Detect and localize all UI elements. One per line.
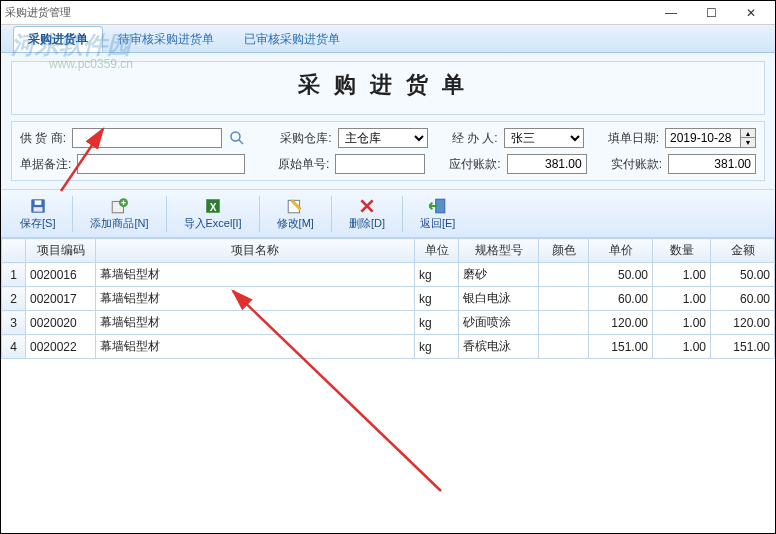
date-label: 填单日期: xyxy=(608,130,659,147)
edit-button[interactable]: 修改[M] xyxy=(266,194,325,234)
cell-unit[interactable]: kg xyxy=(415,311,459,335)
cell-amount[interactable]: 60.00 xyxy=(711,287,775,311)
payable-label: 应付账款: xyxy=(449,156,500,173)
svg-rect-4 xyxy=(33,207,42,212)
paid-input[interactable] xyxy=(668,154,756,174)
remark-input[interactable] xyxy=(77,154,245,174)
table-row[interactable]: 20020017幕墙铝型材kg银白电泳60.001.0060.00 xyxy=(2,287,775,311)
delete-button[interactable]: 删除[D] xyxy=(338,194,396,234)
date-input[interactable] xyxy=(665,128,741,148)
cell-rownum: 3 xyxy=(2,311,26,335)
cell-unit[interactable]: kg xyxy=(415,287,459,311)
cell-amount[interactable]: 151.00 xyxy=(711,335,775,359)
cell-price[interactable]: 50.00 xyxy=(589,263,653,287)
form-panel: 采购进货单 供 货 商: 采购仓库: 主仓库 经 办 人: 张三 填单日期: ▲… xyxy=(1,53,775,190)
svg-line-1 xyxy=(239,140,243,144)
close-button[interactable]: ✕ xyxy=(731,1,771,25)
toolbar: 保存[S] 添加商品[N] X 导入Excel[I] 修改[M] 删除[D] 返… xyxy=(1,190,775,238)
cell-unit[interactable]: kg xyxy=(415,263,459,287)
edit-icon xyxy=(286,197,304,215)
import-excel-button[interactable]: X 导入Excel[I] xyxy=(173,194,253,234)
cell-qty[interactable]: 1.00 xyxy=(653,287,711,311)
col-color[interactable]: 颜色 xyxy=(539,239,589,263)
warehouse-select[interactable]: 主仓库 xyxy=(338,128,428,148)
tab-pending-audit[interactable]: 待审核采购进货单 xyxy=(103,26,229,52)
tab-purchase-order[interactable]: 采购进货单 xyxy=(13,26,103,52)
edit-label: 修改[M] xyxy=(277,216,314,231)
cell-name[interactable]: 幕墙铝型材 xyxy=(96,311,415,335)
delete-icon xyxy=(358,197,376,215)
cell-color[interactable] xyxy=(539,287,589,311)
remark-label: 单据备注: xyxy=(20,156,71,173)
origno-label: 原始单号: xyxy=(278,156,329,173)
payable-input[interactable] xyxy=(507,154,587,174)
cell-name[interactable]: 幕墙铝型材 xyxy=(96,287,415,311)
maximize-button[interactable]: ☐ xyxy=(691,1,731,25)
col-code[interactable]: 项目编码 xyxy=(26,239,96,263)
back-icon xyxy=(429,197,447,215)
minimize-button[interactable]: — xyxy=(651,1,691,25)
cell-spec[interactable]: 银白电泳 xyxy=(459,287,539,311)
col-amount[interactable]: 金额 xyxy=(711,239,775,263)
window-title: 采购进货管理 xyxy=(5,5,651,20)
col-qty[interactable]: 数量 xyxy=(653,239,711,263)
cell-qty[interactable]: 1.00 xyxy=(653,335,711,359)
cell-name[interactable]: 幕墙铝型材 xyxy=(96,335,415,359)
titlebar: 采购进货管理 — ☐ ✕ xyxy=(1,1,775,25)
cell-spec[interactable]: 磨砂 xyxy=(459,263,539,287)
cell-rownum: 2 xyxy=(2,287,26,311)
delete-label: 删除[D] xyxy=(349,216,385,231)
cell-unit[interactable]: kg xyxy=(415,335,459,359)
col-spec[interactable]: 规格型号 xyxy=(459,239,539,263)
cell-rownum: 1 xyxy=(2,263,26,287)
col-unit[interactable]: 单位 xyxy=(415,239,459,263)
tab-bar: 采购进货单 待审核采购进货单 已审核采购进货单 xyxy=(1,25,775,53)
tab-audited[interactable]: 已审核采购进货单 xyxy=(229,26,355,52)
col-name[interactable]: 项目名称 xyxy=(96,239,415,263)
cell-rownum: 4 xyxy=(2,335,26,359)
cell-price[interactable]: 60.00 xyxy=(589,287,653,311)
items-table: 项目编码 项目名称 单位 规格型号 颜色 单价 数量 金额 10020016幕墙… xyxy=(1,238,775,359)
col-price[interactable]: 单价 xyxy=(589,239,653,263)
svg-text:X: X xyxy=(209,201,216,212)
cell-price[interactable]: 120.00 xyxy=(589,311,653,335)
supplier-label: 供 货 商: xyxy=(20,130,66,147)
cell-amount[interactable]: 50.00 xyxy=(711,263,775,287)
handler-select[interactable]: 张三 xyxy=(504,128,584,148)
save-label: 保存[S] xyxy=(20,216,55,231)
table-header-row: 项目编码 项目名称 单位 规格型号 颜色 单价 数量 金额 xyxy=(2,239,775,263)
page-title: 采购进货单 xyxy=(11,61,765,115)
cell-color[interactable] xyxy=(539,263,589,287)
back-button[interactable]: 返回[E] xyxy=(409,194,466,234)
date-spinner[interactable]: ▲▼ xyxy=(741,128,756,148)
import-label: 导入Excel[I] xyxy=(184,216,242,231)
cell-price[interactable]: 151.00 xyxy=(589,335,653,359)
save-button[interactable]: 保存[S] xyxy=(9,194,66,234)
cell-code[interactable]: 0020022 xyxy=(26,335,96,359)
table-row[interactable]: 30020020幕墙铝型材kg砂面喷涂120.001.00120.00 xyxy=(2,311,775,335)
table-row[interactable]: 40020022幕墙铝型材kg香槟电泳151.001.00151.00 xyxy=(2,335,775,359)
back-label: 返回[E] xyxy=(420,216,455,231)
svg-rect-3 xyxy=(34,200,41,205)
cell-spec[interactable]: 香槟电泳 xyxy=(459,335,539,359)
cell-code[interactable]: 0020016 xyxy=(26,263,96,287)
cell-code[interactable]: 0020017 xyxy=(26,287,96,311)
add-icon xyxy=(110,197,128,215)
add-product-button[interactable]: 添加商品[N] xyxy=(79,194,159,234)
supplier-input[interactable] xyxy=(72,128,222,148)
cell-spec[interactable]: 砂面喷涂 xyxy=(459,311,539,335)
cell-name[interactable]: 幕墙铝型材 xyxy=(96,263,415,287)
cell-amount[interactable]: 120.00 xyxy=(711,311,775,335)
table-row[interactable]: 10020016幕墙铝型材kg磨砂50.001.0050.00 xyxy=(2,263,775,287)
search-icon[interactable] xyxy=(228,129,246,147)
origno-input[interactable] xyxy=(335,154,425,174)
cell-qty[interactable]: 1.00 xyxy=(653,263,711,287)
add-label: 添加商品[N] xyxy=(90,216,148,231)
col-rownum xyxy=(2,239,26,263)
cell-color[interactable] xyxy=(539,311,589,335)
excel-icon: X xyxy=(204,197,222,215)
cell-color[interactable] xyxy=(539,335,589,359)
cell-qty[interactable]: 1.00 xyxy=(653,311,711,335)
cell-code[interactable]: 0020020 xyxy=(26,311,96,335)
save-icon xyxy=(29,197,47,215)
